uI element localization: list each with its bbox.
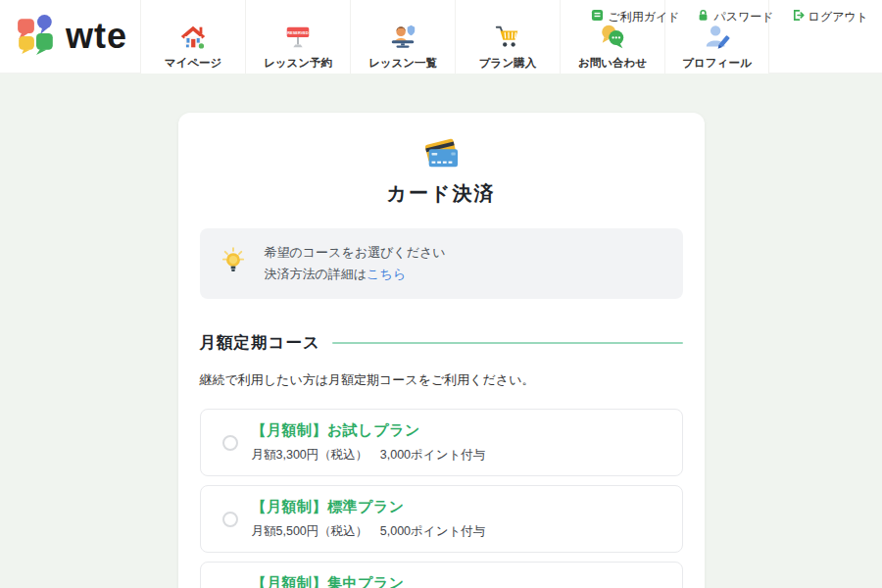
- page-title: カード決済: [200, 180, 683, 207]
- nav-label: レッスン予約: [264, 56, 332, 71]
- payment-card: カード決済: [178, 113, 705, 588]
- password-link[interactable]: パスワード: [697, 8, 773, 25]
- credit-cards-icon: [200, 136, 683, 172]
- utility-label: ご利用ガイド: [608, 9, 679, 25]
- guide-icon: [591, 8, 604, 25]
- details-link[interactable]: こちら: [367, 267, 406, 281]
- plan-option-standard[interactable]: 【月額制】標準プラン 月額5,500円（税込） 5,000ポイント付与: [200, 485, 683, 553]
- section-heading: 月額定期コース: [200, 332, 683, 354]
- plan-list: 【月額制】お試しプラン 月額3,300円（税込） 3,000ポイント付与 【月額…: [200, 409, 683, 588]
- notice-line-1: 希望のコースをお選びください: [265, 242, 446, 264]
- page: wte マイページ: [0, 0, 882, 588]
- utility-links: ご利用ガイド パスワード ログアウト: [591, 8, 868, 25]
- lock-icon: [697, 8, 710, 25]
- nav-item-lesson-reserve[interactable]: RESERVED レッスン予約: [245, 0, 350, 74]
- profile-icon: [703, 23, 732, 52]
- guide-link[interactable]: ご利用ガイド: [591, 8, 679, 25]
- nav-item-plan-purchase[interactable]: プラン購入: [455, 0, 560, 74]
- nav-item-mypage[interactable]: マイページ: [140, 0, 245, 74]
- plan-title: 【月額制】集中プラン: [252, 574, 499, 588]
- nav-label: お問い合わせ: [578, 56, 647, 71]
- nav-label: レッスン一覧: [368, 56, 437, 71]
- reserved-sign-icon: RESERVED: [283, 23, 313, 52]
- plan-radio[interactable]: [222, 512, 238, 527]
- notice-box: 希望のコースをお選びください 決済方法の詳細はこちら: [200, 228, 683, 299]
- logo-bubbles-icon: [16, 14, 57, 59]
- nav-label: プロフィール: [682, 56, 751, 71]
- nav-item-lesson-list[interactable]: レッスン一覧: [350, 0, 455, 74]
- utility-label: ログアウト: [808, 9, 868, 25]
- plan-detail: 月額5,500円（税込） 5,000ポイント付与: [252, 523, 486, 540]
- plan-title: 【月額制】標準プラン: [252, 498, 486, 516]
- section-title: 月額定期コース: [200, 332, 320, 354]
- section-description: 継続で利用したい方は月額定期コースをご利用ください。: [200, 371, 683, 389]
- nav-label: プラン購入: [479, 56, 536, 71]
- lightbulb-icon: [220, 246, 245, 281]
- logo-text: wte: [66, 19, 127, 54]
- plan-body: 【月額制】集中プラン 月額11,000円（税込） 10,000ポイント付与: [252, 563, 499, 588]
- plan-radio[interactable]: [222, 435, 238, 451]
- logout-link[interactable]: ログアウト: [792, 8, 868, 25]
- utility-label: パスワード: [713, 9, 773, 25]
- plan-body: 【月額制】標準プラン 月額5,500円（税込） 5,000ポイント付与: [252, 486, 486, 552]
- plan-detail: 月額3,300円（税込） 3,000ポイント付与: [252, 447, 486, 464]
- main-content: カード決済: [0, 113, 882, 588]
- header: wte マイページ: [0, 0, 882, 74]
- svg-text:RESERVED: RESERVED: [287, 30, 309, 35]
- notice-line-2: 決済方法の詳細はこちら: [265, 264, 446, 285]
- plan-option-intensive[interactable]: 【月額制】集中プラン 月額11,000円（税込） 10,000ポイント付与: [200, 562, 683, 588]
- plan-body: 【月額制】お試しプラン 月額3,300円（税込） 3,000ポイント付与: [252, 410, 486, 475]
- home-icon: [178, 23, 208, 52]
- logout-icon: [792, 8, 805, 25]
- logo[interactable]: wte: [16, 14, 127, 59]
- cart-icon: [493, 23, 522, 52]
- plan-option-trial[interactable]: 【月額制】お試しプラン 月額3,300円（税込） 3,000ポイント付与: [200, 409, 683, 476]
- chat-bubbles-icon: [598, 23, 627, 52]
- nav-label: マイページ: [165, 56, 222, 71]
- notice-text: 希望のコースをお選びください 決済方法の詳細はこちら: [265, 242, 446, 285]
- online-lesson-icon: [388, 23, 417, 52]
- heading-divider-line: [332, 342, 683, 344]
- plan-title: 【月額制】お試しプラン: [252, 421, 486, 440]
